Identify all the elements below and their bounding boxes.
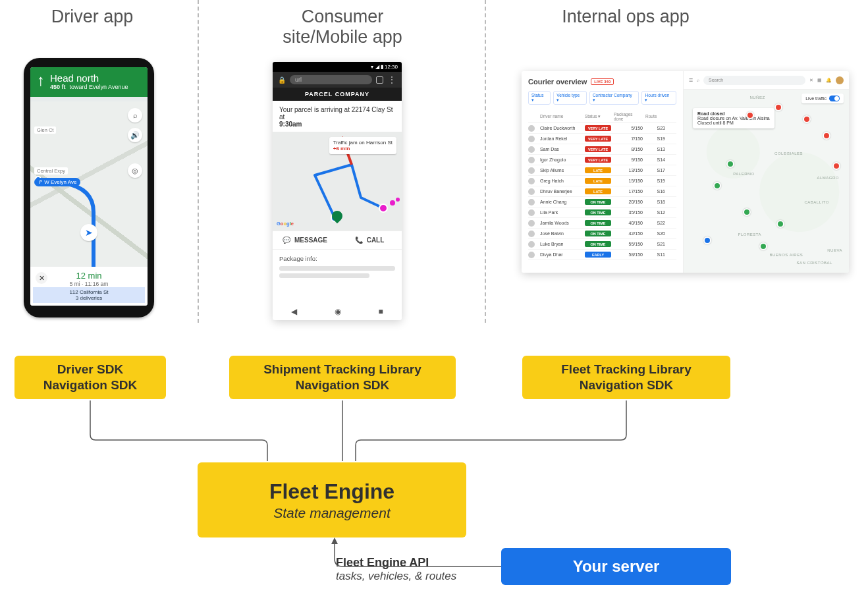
table-row[interactable]: Greg HatchLATE15/150S19 [528, 176, 676, 186]
marker-red [803, 115, 811, 123]
table-row[interactable]: Dhruv BanerjeeLATE17/150S16 [528, 186, 676, 197]
table-row[interactable]: Sam DasVERY LATE8/150S13 [528, 144, 676, 155]
status-badge: LATE [585, 178, 611, 184]
live-badge: LIVE 340 [591, 78, 614, 85]
table-row[interactable]: Skip AllumsLATE13/150S17 [528, 165, 676, 176]
menu-icon[interactable]: ☰ [689, 78, 693, 83]
nav-banner: ↑ Head north 450 ft toward Evelyn Avenue [30, 67, 148, 97]
message-button[interactable]: 💬MESSAGE [273, 231, 337, 249]
consumer-map: Traffic jam on Harrison St +6 min Google [273, 132, 402, 231]
marker-blue [703, 236, 711, 244]
search-icon: ⌕ [697, 78, 699, 82]
pkg-count: 35/150 [614, 210, 643, 215]
street-label-1: Glen Ct [34, 126, 56, 134]
ops-filter-chip[interactable]: Contractor Company ▾ [589, 91, 639, 105]
apps-icon[interactable]: ▦ [817, 78, 822, 83]
status-badge: ON TIME [585, 209, 611, 215]
ops-filter-chip[interactable]: Vehicle type ▾ [553, 91, 587, 105]
avatar [528, 231, 535, 237]
svg-point-2 [390, 200, 395, 206]
ops-title: Courier overview LIVE 340 [528, 78, 676, 86]
pkg-count: 8/150 [614, 147, 643, 152]
heading-consumer: Consumer site/Mobile app [211, 7, 474, 47]
traffic-popup: Traffic jam on Harrison St +6 min [329, 137, 396, 154]
marker-green [776, 220, 784, 228]
route-id: S17 [645, 168, 665, 173]
search-icon[interactable]: ⌕ [128, 108, 142, 123]
driver-name: Skip Allums [540, 168, 582, 173]
pkg-count: 9/150 [614, 157, 643, 162]
ops-col-header: Packages done [614, 112, 643, 121]
pkg-count: 17/150 [614, 189, 643, 194]
close-icon[interactable]: ✕ [809, 78, 813, 83]
table-row[interactable]: Jamila WoodsON TIME40/150S22 [528, 218, 676, 229]
arrow-up-icon: ↑ [37, 72, 45, 90]
home-icon[interactable]: ◉ [335, 307, 341, 316]
recenter-icon[interactable]: ◎ [128, 163, 142, 178]
menu-icon[interactable]: ⋮ [387, 75, 396, 84]
route-id: S19 [645, 136, 665, 141]
table-row[interactable]: José BalvinON TIME42/150S20 [528, 229, 676, 239]
table-row[interactable]: Luke BryanON TIME55/150S21 [528, 239, 676, 250]
live-traffic-toggle[interactable]: Live traffic [801, 94, 844, 103]
avatar [528, 252, 535, 258]
table-row[interactable]: Annie ChangON TIME20/150S18 [528, 197, 676, 207]
avatar [528, 136, 535, 142]
marker-green [726, 160, 734, 168]
ops-table-body: Claire DuckworthVERY LATE5/150S23Jordan … [528, 123, 676, 260]
nav-instruction: Head north [50, 72, 128, 84]
tabs-icon[interactable] [376, 76, 383, 84]
marker-red [823, 132, 830, 140]
footer-addr: 112 California St [37, 289, 141, 295]
driver-name: Jamila Woods [540, 221, 582, 225]
status-bar: ▾ ◢ ▮ 12:30 [273, 62, 402, 72]
driver-name: Greg Hatch [540, 179, 582, 183]
message-icon: 💬 [283, 236, 290, 244]
eta-sub: 5 mi · 11:16 am [33, 281, 145, 287]
svg-point-1 [379, 204, 387, 212]
consumer-actions: 💬MESSAGE 📞CALL [273, 231, 402, 250]
column-divider-1 [198, 0, 199, 323]
status-badge: VERY LATE [585, 136, 611, 142]
ops-col-header: Route [645, 114, 665, 119]
back-icon[interactable]: ◀ [291, 307, 297, 316]
driver-name: José Balvin [540, 231, 582, 236]
ops-col-header: Driver name [540, 114, 582, 119]
toggle-icon [829, 96, 840, 101]
traffic-title: Traffic jam on Harrison St [333, 140, 393, 146]
street-label-2: Central Expy [34, 167, 68, 175]
bell-icon[interactable]: 🔔 [826, 78, 832, 83]
close-icon[interactable]: ✕ [36, 272, 47, 284]
marker-green [743, 208, 751, 216]
route-id: S23 [645, 126, 665, 130]
ops-map: ☰ ⌕ Search ✕ ▦ 🔔 Live traffic Road close… [684, 71, 849, 273]
driver-name: Dhruv Banerjee [540, 189, 582, 194]
api-l1: Fleet Engine API [336, 556, 456, 570]
area-label: CABALLITO [804, 200, 828, 204]
ops-sdk-l2: Navigation SDK [522, 377, 730, 393]
lock-icon: 🔒 [278, 76, 286, 84]
recent-icon[interactable]: ■ [378, 307, 383, 316]
driver-sdk-l1: Driver SDK [14, 362, 166, 377]
table-row[interactable]: Claire DuckworthVERY LATE5/150S23 [528, 123, 676, 134]
url-text[interactable]: url [290, 75, 372, 84]
ops-filter-chip[interactable]: Status ▾ [528, 91, 551, 105]
message-label: MESSAGE [294, 236, 327, 244]
table-row[interactable]: Lila ParkON TIME35/150S12 [528, 207, 676, 218]
pkg-count: 40/150 [614, 221, 643, 225]
popup-line2: Closed until 8 PM [697, 121, 770, 125]
table-row[interactable]: Jordan RekelVERY LATE7/150S19 [528, 134, 676, 144]
table-row[interactable]: Divya DharEARLY58/150S11 [528, 250, 676, 260]
status-badge: ON TIME [585, 220, 611, 226]
area-label: NUÑEZ [749, 96, 765, 99]
ops-search[interactable]: Search [703, 76, 805, 85]
avatar[interactable] [836, 76, 844, 84]
popup-title: Road closed [697, 111, 770, 116]
call-button[interactable]: 📞CALL [337, 231, 402, 249]
volume-icon[interactable]: 🔊 [128, 128, 142, 142]
svg-marker-5 [331, 537, 338, 544]
ops-filter-chip[interactable]: Hours driven ▾ [641, 91, 676, 105]
driver-name: Jordan Rekel [540, 136, 582, 141]
your-server-box: Your server [501, 548, 731, 585]
table-row[interactable]: Igor ZhogoloVERY LATE9/150S14 [528, 155, 676, 165]
